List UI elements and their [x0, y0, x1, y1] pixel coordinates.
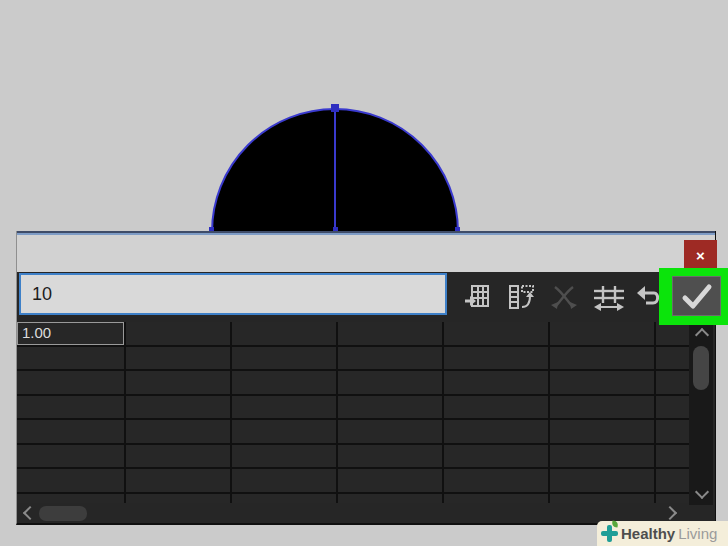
table-cell[interactable]: [550, 347, 656, 372]
health-plus-icon: [601, 525, 618, 542]
table-row: 1.00: [17, 322, 689, 347]
graph-data-window: ×: [16, 231, 716, 525]
table-cell[interactable]: [338, 347, 444, 372]
title-bar[interactable]: ×: [17, 235, 715, 272]
table-cell[interactable]: [126, 347, 232, 372]
table-cell[interactable]: [444, 445, 550, 470]
import-data-icon: [463, 283, 491, 311]
table-cell[interactable]: [550, 420, 656, 445]
watermark-bold-text: Healthy: [621, 525, 675, 542]
table-row: [17, 445, 689, 470]
table-cell[interactable]: [338, 396, 444, 421]
table-cell[interactable]: [444, 322, 550, 347]
table-cell[interactable]: [17, 469, 126, 494]
table-cell[interactable]: [17, 396, 126, 421]
cell-style-icon: [592, 283, 626, 311]
table-cell[interactable]: [656, 469, 689, 494]
table-cell[interactable]: [126, 396, 232, 421]
table-cell[interactable]: [338, 322, 444, 347]
table-cell[interactable]: [656, 347, 689, 372]
table-cell[interactable]: [232, 322, 338, 347]
switch-xy-button[interactable]: [548, 279, 580, 315]
apply-button[interactable]: [672, 276, 721, 316]
table-cell[interactable]: [550, 371, 656, 396]
table-cell[interactable]: [444, 396, 550, 421]
table-cell[interactable]: 1.00: [17, 322, 126, 347]
vertical-scroll-thumb[interactable]: [693, 346, 709, 390]
table-cell[interactable]: [550, 322, 656, 347]
table-cell[interactable]: [656, 396, 689, 421]
vertical-scrollbar[interactable]: [689, 322, 713, 505]
table-cell[interactable]: [338, 420, 444, 445]
transpose-button[interactable]: [505, 279, 537, 315]
value-entry-input[interactable]: [19, 273, 447, 315]
watermark: Healthy Living: [597, 521, 728, 546]
table-cell[interactable]: [550, 469, 656, 494]
horizontal-scroll-thumb[interactable]: [39, 506, 87, 521]
table-cell[interactable]: [126, 371, 232, 396]
transpose-row-column-icon: [507, 283, 535, 311]
table-cell[interactable]: [232, 347, 338, 372]
table-cell[interactable]: [550, 445, 656, 470]
table-cell[interactable]: [232, 469, 338, 494]
scroll-down-icon[interactable]: [695, 485, 709, 499]
scroll-right-icon[interactable]: [663, 506, 677, 520]
toolbar: [17, 272, 715, 322]
table-cell[interactable]: [17, 371, 126, 396]
scroll-left-icon[interactable]: [23, 506, 37, 520]
table-cell[interactable]: [550, 396, 656, 421]
apply-check-icon: [677, 279, 717, 313]
table-row: [17, 396, 689, 421]
table-cell[interactable]: [656, 322, 689, 347]
import-data-button[interactable]: [461, 279, 493, 315]
table-cell[interactable]: [232, 420, 338, 445]
table-row: [17, 347, 689, 372]
watermark-light-text: Living: [678, 525, 717, 542]
pie-chart-shape[interactable]: [0, 0, 728, 234]
table-cell[interactable]: [126, 420, 232, 445]
table-cell[interactable]: [444, 420, 550, 445]
table-cell[interactable]: [656, 445, 689, 470]
table-cell[interactable]: [232, 396, 338, 421]
horizontal-scrollbar[interactable]: [17, 503, 689, 523]
table-cell[interactable]: [17, 347, 126, 372]
table-row: [17, 420, 689, 445]
table-cell[interactable]: [232, 445, 338, 470]
table-cell[interactable]: [338, 445, 444, 470]
spreadsheet-grid: 1.00: [17, 322, 689, 505]
switch-x-y-icon: [550, 283, 578, 311]
cell-style-button[interactable]: [590, 279, 628, 315]
table-cell[interactable]: [444, 347, 550, 372]
green-highlight-annotation: [659, 268, 728, 325]
table-cell[interactable]: [656, 371, 689, 396]
revert-icon: [634, 283, 662, 311]
table-cell[interactable]: [126, 469, 232, 494]
table-cell[interactable]: [444, 371, 550, 396]
table-cell[interactable]: [444, 469, 550, 494]
table-cell[interactable]: [17, 445, 126, 470]
table-cell[interactable]: [656, 420, 689, 445]
table-row: [17, 371, 689, 396]
table-cell[interactable]: [17, 420, 126, 445]
apex-handle[interactable]: [331, 104, 339, 112]
table-cell[interactable]: [126, 445, 232, 470]
table-cell[interactable]: [232, 371, 338, 396]
table-row: [17, 469, 689, 494]
scroll-up-icon[interactable]: [695, 328, 709, 342]
table-cell[interactable]: [338, 371, 444, 396]
table-cell[interactable]: [126, 322, 232, 347]
table-cell[interactable]: [338, 469, 444, 494]
